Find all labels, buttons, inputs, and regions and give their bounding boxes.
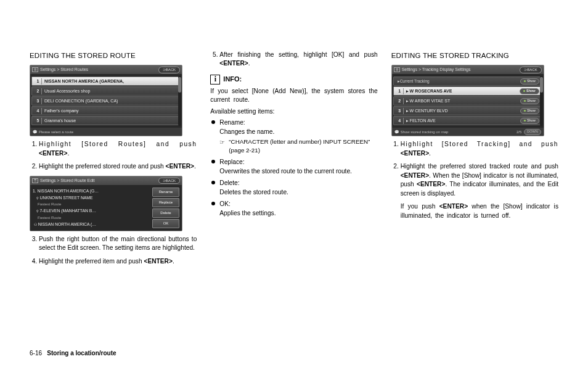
steps-list-2: Push the right button of the main direct… bbox=[30, 235, 197, 266]
footer-text: Please select a route bbox=[39, 130, 73, 135]
step-3: Push the right button of the main direct… bbox=[39, 235, 197, 253]
enter-key: <ENTER> bbox=[401, 172, 429, 179]
screen-footer: 💬 Show stored tracking on map 2/5 DOWN bbox=[392, 128, 544, 136]
column-right: EDITING THE STORED TRACKING ☰ Settings >… bbox=[391, 51, 558, 333]
item-rename: Rename: Changes the name. ☞ “CHARACTER (… bbox=[210, 118, 377, 155]
step-2: Highlight the preferred stored tracked r… bbox=[401, 162, 558, 220]
screen-header: ☰ Settings > Stored Routes ⊃BACK bbox=[30, 65, 182, 74]
show-pill: Show bbox=[520, 78, 539, 84]
menu-icon: ☰ bbox=[32, 178, 38, 183]
current-tracking-row: ▸ Current Tracking Show bbox=[393, 76, 542, 86]
list-row: 1NISSAN NORTH AMERICA (GARDENA, bbox=[31, 76, 181, 86]
list-row: 4Father's company bbox=[31, 106, 181, 115]
info-text: If you select [None (Add New)], the syst… bbox=[210, 87, 377, 105]
heading-edit-tracking: EDITING THE STORED TRACKING bbox=[391, 51, 558, 60]
scroll-bar bbox=[178, 76, 181, 126]
list-row: 3▸ W CENTURY BLVDShow bbox=[393, 106, 542, 115]
down-button: DOWN bbox=[524, 129, 541, 135]
item-replace: Replace: Overwrites the stored route to … bbox=[210, 158, 377, 176]
screen-header: ☰ Settings > Stored Route Edit ⊃BACK bbox=[30, 176, 182, 185]
edit-delete-button: Delete bbox=[152, 208, 179, 218]
list-row: 2▸ W ARBOR VITAE STShow bbox=[393, 96, 542, 105]
step-2-para2: If you push <ENTER> when the [Show] indi… bbox=[401, 202, 558, 220]
edit-buttons: RenameReplaceDeleteOK bbox=[152, 188, 179, 228]
screenshot-stored-routes: ☰ Settings > Stored Routes ⊃BACK 1NISSAN… bbox=[30, 65, 182, 136]
list-row: 4▸ FELTON AVEShow bbox=[393, 116, 542, 125]
steps-list-1: Highlight [Stored Routes] and push <ENTE… bbox=[30, 140, 197, 171]
page-indicator: 2/5 bbox=[517, 130, 521, 135]
page-footer: 6-16 Storing a location/route bbox=[30, 350, 116, 356]
column-middle: After finishing the setting, highlight [… bbox=[210, 51, 377, 333]
enter-key: <ENTER> bbox=[417, 181, 445, 188]
step-4: Highlight the preferred item and push <E… bbox=[39, 257, 197, 266]
reference-icon: ☞ bbox=[219, 138, 225, 155]
screen-body: 1. NISSAN NORTH AMERICA (G… ⚲ UNKNOWN ST… bbox=[30, 185, 182, 231]
enter-key: <ENTER> bbox=[439, 203, 468, 210]
screen-footer: 💬 Please select a route bbox=[30, 128, 182, 136]
enter-key: <ENTER> bbox=[144, 258, 172, 265]
info-icon: i bbox=[210, 75, 220, 84]
enter-key: <ENTER> bbox=[39, 150, 67, 157]
item-ok: OK: Applies the settings. bbox=[210, 200, 377, 218]
screenshot-tracking: ☰ Settings > Tracking Display Settings ⊃… bbox=[391, 65, 544, 136]
section-title: Storing a location/route bbox=[47, 350, 116, 356]
edit-replace-button: Replace bbox=[152, 198, 179, 207]
hint-icon: 💬 bbox=[394, 130, 399, 135]
heading-edit-route: EDITING THE STORED ROUTE bbox=[30, 51, 197, 60]
list-row: 3DELI CONNECTION (GARDENA, CA) bbox=[31, 96, 181, 105]
edit-ok-button: OK bbox=[152, 219, 179, 228]
list-row: 5Granma's house bbox=[31, 116, 181, 125]
route-lines: 1. NISSAN NORTH AMERICA (G… ⚲ UNKNOWN ST… bbox=[33, 188, 150, 228]
menu-icon: ☰ bbox=[394, 67, 400, 72]
screen-body: ▸ Current Tracking Show 1▸ W ROSECRANS A… bbox=[392, 74, 544, 128]
edit-rename-button: Rename bbox=[152, 188, 179, 197]
step-5: After finishing the setting, highlight [… bbox=[219, 51, 377, 68]
available-items-label: Available setting items: bbox=[210, 107, 377, 116]
page-number: 6-16 bbox=[30, 350, 42, 356]
step-2: Highlight the preferred stored route and… bbox=[39, 162, 197, 171]
hint-icon: 💬 bbox=[33, 130, 37, 135]
steps-list-tracking: Highlight [Stored Tracking] and push <EN… bbox=[391, 140, 558, 220]
list-row: 2Usual Accessories shop bbox=[31, 86, 181, 96]
item-delete: Delete: Deletes the stored route. bbox=[210, 179, 377, 197]
menu-icon: ☰ bbox=[32, 67, 38, 72]
column-left: EDITING THE STORED ROUTE ☰ Settings > St… bbox=[30, 51, 197, 333]
breadcrumb: Settings > Stored Routes bbox=[40, 67, 88, 73]
breadcrumb: Settings > Tracking Display Settings bbox=[402, 67, 471, 73]
info-heading: i INFO: bbox=[210, 75, 377, 84]
footer-right: 2/5 DOWN bbox=[517, 129, 541, 135]
back-button: ⊃BACK bbox=[158, 178, 180, 184]
enter-key: <ENTER> bbox=[219, 60, 248, 67]
setting-items-list: Rename: Changes the name. ☞ “CHARACTER (… bbox=[210, 118, 377, 218]
back-button: ⊃BACK bbox=[158, 67, 180, 73]
back-button: ⊃BACK bbox=[520, 67, 541, 73]
screenshot-route-edit: ☰ Settings > Stored Route Edit ⊃BACK 1. … bbox=[30, 176, 182, 231]
screen-header: ☰ Settings > Tracking Display Settings ⊃… bbox=[392, 65, 544, 74]
list-row: 1▸ W ROSECRANS AVEShow bbox=[393, 86, 542, 96]
step-1: Highlight [Stored Tracking] and push <EN… bbox=[401, 140, 558, 158]
screen-body: 1NISSAN NORTH AMERICA (GARDENA,2Usual Ac… bbox=[30, 74, 182, 128]
scroll-bar bbox=[540, 76, 543, 126]
cross-reference: ☞ “CHARACTER (letter and number) INPUT S… bbox=[219, 138, 377, 155]
steps-list-3: After finishing the setting, highlight [… bbox=[210, 51, 377, 68]
enter-key: <ENTER> bbox=[401, 150, 429, 157]
enter-key: <ENTER> bbox=[166, 163, 194, 170]
step-1: Highlight [Stored Routes] and push <ENTE… bbox=[39, 140, 197, 158]
footer-text: Show stored tracking on map bbox=[401, 130, 449, 135]
info-label: INFO: bbox=[223, 75, 242, 84]
breadcrumb: Settings > Stored Route Edit bbox=[40, 178, 95, 184]
